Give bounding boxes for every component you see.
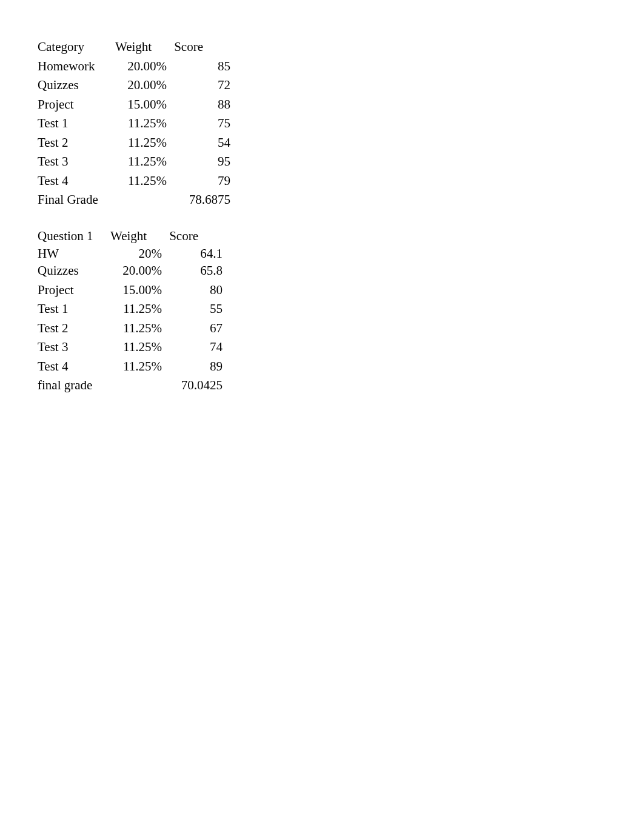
cell-score: 64.1 — [162, 246, 223, 261]
cell-weight: 11.25% — [115, 172, 167, 191]
cell-score: 89 — [162, 357, 223, 377]
cell-score: 95 — [167, 152, 230, 172]
header-score: Score — [167, 38, 203, 57]
cell-category: Test 1 — [38, 114, 115, 133]
final-grade-row: Final Grade 78.6875 — [38, 190, 644, 210]
table-row: Project 15.00% 80 — [38, 281, 644, 300]
cell-weight: 20.00% — [115, 57, 167, 76]
table-header-row: Category Weight Score — [38, 38, 644, 57]
cell-category: Test 4 — [38, 357, 110, 377]
cell-weight: 11.25% — [115, 152, 167, 172]
final-grade-value: 70.0425 — [162, 376, 223, 395]
cell-category: Test 4 — [38, 172, 115, 191]
cell-score: 74 — [162, 338, 223, 357]
cell-weight: 11.25% — [110, 357, 162, 377]
table-row: Quizzes 20.00% 72 — [38, 76, 644, 95]
header-score: Score — [162, 227, 198, 246]
cell-category: Test 2 — [38, 319, 110, 338]
table-row: Test 3 11.25% 74 — [38, 338, 644, 357]
cell-category: Quizzes — [38, 76, 115, 95]
cell-score: 80 — [162, 281, 223, 300]
cell-score: 67 — [162, 319, 223, 338]
table-row: Test 1 11.25% 55 — [38, 300, 644, 319]
cell-score: 72 — [167, 76, 230, 95]
cell-category: Project — [38, 281, 110, 300]
table-row: Test 2 11.25% 67 — [38, 319, 644, 338]
cell-score: 65.8 — [162, 261, 223, 281]
cell-score: 75 — [167, 114, 230, 133]
header-weight: Weight — [115, 38, 167, 57]
table-row: Test 4 11.25% 89 — [38, 357, 644, 377]
cell-score: 85 — [167, 57, 230, 76]
cell-weight: 15.00% — [115, 95, 167, 115]
grade-table-2: Question 1 Weight Score HW 20% 64.1 Quiz… — [38, 227, 644, 395]
table-row: HW 20% 64.1 — [38, 246, 644, 261]
cell-weight: 11.25% — [115, 133, 167, 153]
cell-category: Test 2 — [38, 133, 115, 153]
table-header-row: Question 1 Weight Score — [38, 227, 644, 246]
cell-weight: 11.25% — [115, 114, 167, 133]
cell-category: Test 3 — [38, 338, 110, 357]
cell-score: 54 — [167, 133, 230, 153]
empty-cell — [115, 190, 167, 210]
cell-score: 88 — [167, 95, 230, 115]
cell-weight: 20.00% — [115, 76, 167, 95]
table-row: Test 4 11.25% 79 — [38, 172, 644, 191]
cell-category: Project — [38, 95, 115, 115]
cell-category: Test 1 — [38, 300, 110, 319]
grade-table-1: Category Weight Score Homework 20.00% 85… — [38, 38, 644, 210]
cell-weight: 11.25% — [110, 300, 162, 319]
cell-weight: 20% — [110, 246, 162, 261]
table-row: Quizzes 20.00% 65.8 — [38, 261, 644, 281]
cell-weight: 11.25% — [110, 338, 162, 357]
final-grade-value: 78.6875 — [167, 190, 230, 210]
cell-category: HW — [38, 246, 110, 261]
header-weight: Weight — [110, 227, 162, 246]
table-row: Test 1 11.25% 75 — [38, 114, 644, 133]
cell-score: 55 — [162, 300, 223, 319]
table-row: Test 2 11.25% 54 — [38, 133, 644, 153]
header-category: Category — [38, 38, 115, 57]
final-grade-row: final grade 70.0425 — [38, 376, 644, 395]
cell-weight: 15.00% — [110, 281, 162, 300]
cell-weight: 11.25% — [110, 319, 162, 338]
header-category: Question 1 — [38, 227, 110, 246]
empty-cell — [110, 376, 162, 395]
table-row: Test 3 11.25% 95 — [38, 152, 644, 172]
cell-score: 79 — [167, 172, 230, 191]
final-grade-label: final grade — [38, 376, 110, 395]
final-grade-label: Final Grade — [38, 190, 115, 210]
cell-weight: 20.00% — [110, 261, 162, 281]
table-row: Project 15.00% 88 — [38, 95, 644, 115]
cell-category: Quizzes — [38, 261, 110, 281]
cell-category: Test 3 — [38, 152, 115, 172]
table-row: Homework 20.00% 85 — [38, 57, 644, 76]
cell-category: Homework — [38, 57, 115, 76]
